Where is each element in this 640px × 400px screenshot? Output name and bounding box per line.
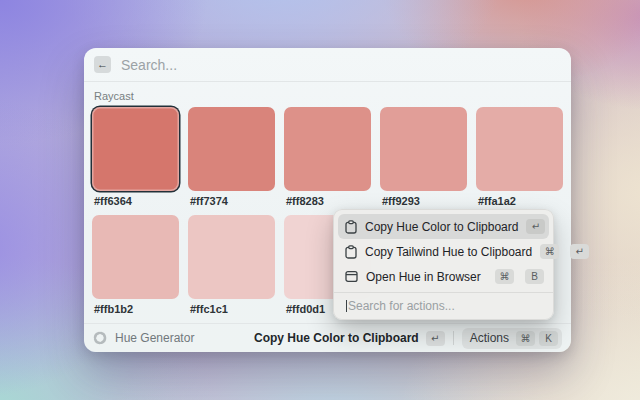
text-caret bbox=[346, 300, 347, 312]
swatch-cell: #ff6364 bbox=[92, 107, 179, 215]
command-key-badge: ⌘ bbox=[516, 331, 535, 346]
return-key-badge: ↵ bbox=[426, 331, 445, 346]
hue-generator-icon bbox=[93, 331, 107, 345]
actions-search-input[interactable] bbox=[348, 299, 541, 313]
swatch-hex-label: #ff7374 bbox=[188, 191, 275, 215]
search-bar: ← bbox=[84, 48, 571, 81]
swatch-cell: #ff7374 bbox=[188, 107, 275, 215]
color-swatch[interactable] bbox=[188, 215, 275, 299]
command-key-badge: ⌘ bbox=[540, 244, 559, 259]
clipboard-icon bbox=[345, 220, 357, 234]
actions-label: Actions bbox=[470, 331, 509, 345]
swatch-cell: #ffb1b2 bbox=[92, 215, 179, 323]
menu-item-label: Copy Tailwind Hue to Clipboard bbox=[365, 245, 532, 259]
footer-primary-action[interactable]: Copy Hue Color to Clipboard bbox=[254, 331, 419, 345]
menu-item-label: Open Hue in Browser bbox=[366, 270, 487, 284]
color-swatch[interactable] bbox=[188, 107, 275, 191]
swatch-hex-label: #ff6364 bbox=[92, 191, 179, 215]
search-input[interactable] bbox=[121, 57, 561, 73]
footer-vertical-divider bbox=[453, 331, 454, 345]
color-swatch[interactable] bbox=[380, 107, 467, 191]
browser-icon bbox=[345, 270, 358, 283]
k-key-badge: K bbox=[539, 331, 558, 346]
app-name: Hue Generator bbox=[115, 331, 254, 345]
section-label: Raycast bbox=[94, 90, 563, 102]
menu-item-open-in-browser[interactable]: Open Hue in Browser ⌘ B bbox=[338, 264, 549, 289]
menu-item-copy-hue-color[interactable]: Copy Hue Color to Clipboard ↵ bbox=[338, 214, 549, 239]
menu-search-row bbox=[338, 293, 549, 319]
color-swatch[interactable] bbox=[284, 107, 371, 191]
swatch-cell: #ffc1c1 bbox=[188, 215, 275, 323]
menu-item-copy-tailwind-hue[interactable]: Copy Tailwind Hue to Clipboard ⌘ ↵ bbox=[338, 239, 549, 264]
raycast-window: ← Raycast #ff6364 #ff7374 #ff8283 #ff929… bbox=[84, 48, 571, 352]
footer-bar: Hue Generator Copy Hue Color to Clipboar… bbox=[84, 324, 571, 352]
swatch-cell: #ff8283 bbox=[284, 107, 371, 215]
swatch-hex-label: #ffb1b2 bbox=[92, 299, 179, 323]
actions-button[interactable]: Actions ⌘ K bbox=[462, 328, 562, 349]
color-swatch[interactable] bbox=[92, 107, 179, 191]
action-menu: Copy Hue Color to Clipboard ↵ Copy Tailw… bbox=[333, 209, 554, 320]
back-arrow-icon: ← bbox=[97, 56, 108, 73]
command-key-badge: ⌘ bbox=[495, 269, 514, 284]
swatch-cell: #ffa1a2 bbox=[476, 107, 563, 215]
b-key-badge: B bbox=[525, 269, 544, 284]
menu-item-label: Copy Hue Color to Clipboard bbox=[365, 220, 518, 234]
color-swatch[interactable] bbox=[476, 107, 563, 191]
return-key-badge: ↵ bbox=[526, 219, 545, 234]
swatch-hex-label: #ffc1c1 bbox=[188, 299, 275, 323]
clipboard-icon bbox=[345, 245, 357, 259]
back-button[interactable]: ← bbox=[94, 56, 111, 73]
color-swatch[interactable] bbox=[92, 215, 179, 299]
return-key-badge: ↵ bbox=[570, 244, 589, 259]
swatch-cell: #ff9293 bbox=[380, 107, 467, 215]
